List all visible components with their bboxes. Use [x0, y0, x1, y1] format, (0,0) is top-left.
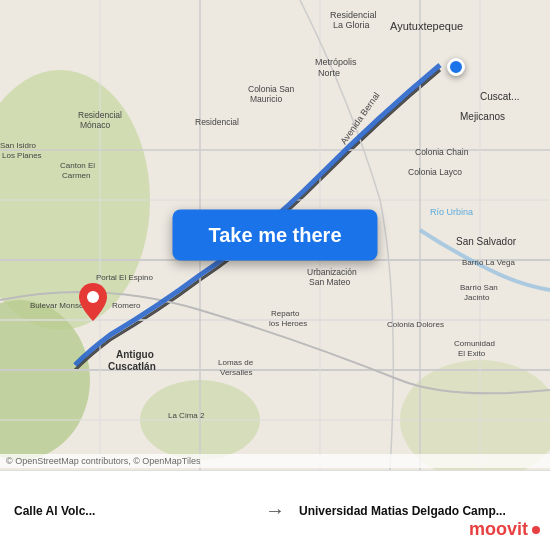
svg-text:los Heroes: los Heroes — [269, 319, 307, 328]
svg-text:Antiguo: Antiguo — [116, 349, 154, 360]
route-from: Calle Al Volc... — [0, 496, 261, 526]
svg-text:Barrio La Vega: Barrio La Vega — [462, 258, 515, 267]
svg-text:Mejicanos: Mejicanos — [460, 111, 505, 122]
route-arrow-icon: → — [261, 499, 289, 522]
svg-text:Romero: Romero — [112, 301, 141, 310]
svg-text:Residencial: Residencial — [330, 10, 377, 20]
svg-text:Colonia Chain: Colonia Chain — [415, 147, 469, 157]
route-to-label: Universidad Matias Delgado Camp... — [299, 504, 536, 518]
svg-text:San Salvador: San Salvador — [456, 236, 517, 247]
svg-text:Río Urbina: Río Urbina — [430, 207, 473, 217]
svg-text:San Isidro: San Isidro — [0, 141, 37, 150]
svg-text:Residencial: Residencial — [195, 117, 239, 127]
moovit-dot-icon — [532, 526, 540, 534]
bottom-bar: Calle Al Volc... → Universidad Matias De… — [0, 470, 550, 550]
moovit-logo: moovit — [469, 519, 540, 540]
svg-text:Barrio San: Barrio San — [460, 283, 498, 292]
svg-text:Mauricio: Mauricio — [250, 94, 282, 104]
take-me-there-button[interactable]: Take me there — [172, 210, 377, 261]
svg-text:Jacinto: Jacinto — [464, 293, 490, 302]
svg-point-56 — [87, 291, 99, 303]
svg-text:Colonia Layco: Colonia Layco — [408, 167, 462, 177]
svg-text:El Exito: El Exito — [458, 349, 486, 358]
svg-text:La Cima 2: La Cima 2 — [168, 411, 205, 420]
svg-text:Lomas de: Lomas de — [218, 358, 254, 367]
svg-text:Cuscat...: Cuscat... — [480, 91, 519, 102]
svg-text:Mónaco: Mónaco — [80, 120, 111, 130]
svg-text:Urbanización: Urbanización — [307, 267, 357, 277]
svg-text:Versalles: Versalles — [220, 368, 252, 377]
svg-text:Colonia Dolores: Colonia Dolores — [387, 320, 444, 329]
svg-text:Norte: Norte — [318, 68, 340, 78]
svg-text:Canton El: Canton El — [60, 161, 95, 170]
origin-marker — [447, 58, 465, 76]
osm-credit: © OpenStreetMap contributors, © OpenMapT… — [0, 454, 550, 468]
svg-text:Carmen: Carmen — [62, 171, 90, 180]
route-from-label: Calle Al Volc... — [14, 504, 251, 518]
svg-text:Los Planes: Los Planes — [2, 151, 42, 160]
svg-text:Comunidad: Comunidad — [454, 339, 495, 348]
moovit-brand-name: moovit — [469, 519, 528, 540]
map-container: Ayutuxtepeque Metrópolis Norte Cuscat...… — [0, 0, 550, 470]
svg-text:Reparto: Reparto — [271, 309, 300, 318]
destination-marker — [78, 283, 108, 325]
svg-text:Metrópolis: Metrópolis — [315, 57, 357, 67]
svg-text:Cuscatlán: Cuscatlán — [108, 361, 156, 372]
svg-text:Ayutuxtepeque: Ayutuxtepeque — [390, 20, 463, 32]
svg-text:La Gloria: La Gloria — [333, 20, 370, 30]
svg-text:San Mateo: San Mateo — [309, 277, 350, 287]
svg-text:Residencial: Residencial — [78, 110, 122, 120]
svg-text:Portal El Espino: Portal El Espino — [96, 273, 153, 282]
svg-text:Colonia San: Colonia San — [248, 84, 295, 94]
